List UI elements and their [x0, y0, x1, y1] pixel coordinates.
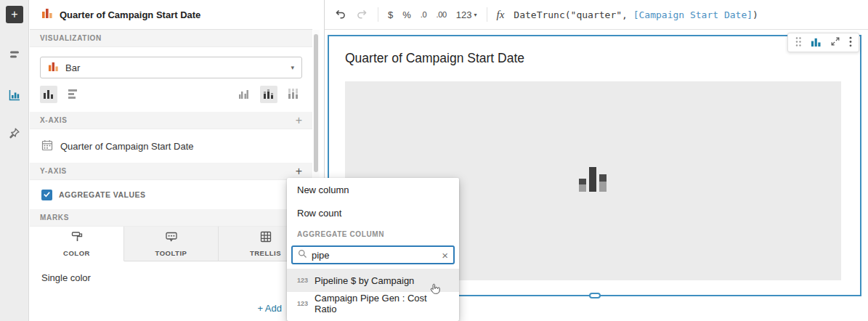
chart-type-select[interactable]: Bar ▾ — [40, 57, 302, 78]
chart-title: Quarter of Campaign Start Date — [345, 51, 524, 66]
number-format-menu-button[interactable]: 123 ▾ — [456, 9, 477, 20]
grouped-bar-option[interactable] — [235, 86, 253, 103]
redo-icon — [356, 8, 368, 22]
increase-decimal-button[interactable]: .00 — [436, 10, 446, 19]
chart-orientation-row — [40, 86, 302, 103]
undo-icon — [334, 8, 346, 22]
stacked-bar-icon — [263, 88, 275, 102]
toolbar-separator — [487, 7, 487, 22]
scrollbar-thumb[interactable] — [314, 34, 318, 172]
formula-bar[interactable]: DateTrunc("quarter", [Campaign Start Dat… — [514, 9, 758, 20]
element-type-button[interactable] — [811, 36, 822, 49]
formula-toolbar: $ % .0 .00 123 ▾ fx DateTrunc("quarter",… — [325, 0, 868, 30]
visualization-section-header: VISUALIZATION — [30, 30, 312, 47]
tab-tooltip[interactable]: TOOLTIP — [124, 227, 219, 261]
aggregate-values-label: AGGREGATE VALUES — [59, 190, 146, 199]
add-element-button[interactable]: + — [6, 6, 23, 23]
result-pipeline-by-campaign[interactable]: 123 Pipeline $ by Campaign — [287, 269, 459, 292]
tab-color[interactable]: COLOR — [30, 227, 124, 261]
percent-stacked-bar-icon — [288, 88, 299, 102]
marks-tabs: COLOR TOOLTIP TRELLIS — [30, 227, 312, 261]
x-axis-add-button[interactable]: + — [296, 115, 302, 126]
kebab-menu-icon — [849, 36, 852, 49]
add-link[interactable]: + Add — [257, 303, 282, 314]
y-axis-add-button[interactable]: + — [296, 166, 302, 177]
aggregate-values-row[interactable]: AGGREGATE VALUES — [30, 180, 312, 209]
vertical-bar-option[interactable] — [40, 86, 57, 103]
visualization-label: VISUALIZATION — [40, 34, 102, 42]
number-type-badge: 123 — [297, 277, 308, 284]
number-format-label: 123 — [456, 9, 472, 20]
result-label: Pipeline $ by Campaign — [315, 275, 414, 286]
tab-trellis-label: TRELLIS — [250, 249, 281, 257]
fx-icon: fx — [497, 9, 505, 21]
horizontal-bar-icon — [68, 88, 79, 102]
chevron-down-icon: ▾ — [474, 12, 476, 18]
toolbar-separator — [378, 7, 378, 22]
clear-search-icon[interactable]: × — [442, 250, 448, 261]
percent-stacked-bar-option[interactable] — [285, 86, 302, 103]
y-axis-label: Y-AXIS — [40, 167, 67, 175]
plus-icon: + — [11, 9, 17, 20]
resize-handle[interactable] — [589, 293, 601, 298]
x-axis-section-header: X-AXIS + — [30, 112, 312, 129]
left-rail: + — [0, 0, 29, 321]
analytics-chart-icon — [8, 89, 21, 105]
element-floating-toolbar — [787, 33, 859, 52]
check-icon — [43, 188, 51, 201]
bar-chart-placeholder-icon — [573, 163, 614, 199]
drag-handle[interactable] — [795, 36, 802, 49]
bar-chart-teal-icon — [811, 36, 822, 49]
tab-tooltip-label: TOOLTIP — [155, 249, 187, 257]
app: + Quarter of Campaign Start Date VI — [0, 0, 868, 321]
formula-suffix: ) — [753, 9, 758, 20]
panel-title: Quarter of Campaign Start Date — [60, 9, 200, 20]
expand-icon — [830, 36, 840, 49]
search-icon — [298, 249, 307, 261]
layers-icon — [8, 48, 21, 64]
tooltip-bubble-icon — [165, 230, 178, 246]
result-label: Campaign Pipe Gen : Cost Ratio — [315, 293, 449, 314]
app-window: { "icons": { "plus": "+", "caret": "▾", … — [0, 0, 868, 321]
menu-item-row-count[interactable]: Row count — [287, 201, 459, 224]
column-search-input[interactable] — [312, 250, 437, 261]
pin-icon — [8, 127, 20, 142]
rail-analytics-button[interactable] — [0, 84, 28, 109]
grouped-bar-icon — [238, 88, 250, 102]
redo-button[interactable] — [356, 8, 368, 22]
stacked-bar-option[interactable] — [260, 86, 277, 103]
calendar-icon — [41, 139, 53, 153]
config-panel: Quarter of Campaign Start Date VISUALIZA… — [30, 0, 312, 321]
undo-button[interactable] — [334, 8, 346, 22]
column-search-box: × — [291, 245, 455, 264]
aggregate-values-checkbox[interactable] — [41, 190, 52, 200]
add-column-dropdown: New column Row count AGGREGATE COLUMN × … — [287, 178, 459, 321]
percent-format-button[interactable]: % — [402, 9, 411, 20]
aggregate-column-label: AGGREGATE COLUMN — [287, 224, 459, 243]
y-axis-section-header: Y-AXIS + — [30, 163, 312, 180]
bar-chart-color-icon — [41, 7, 53, 22]
color-mode-select[interactable]: Single color — [30, 261, 312, 293]
menu-item-new-column[interactable]: New column — [287, 178, 459, 201]
formula-field-ref: [Campaign Start Date] — [633, 9, 753, 20]
trellis-grid-icon — [259, 230, 272, 246]
horizontal-bar-option[interactable] — [65, 86, 82, 103]
element-menu-button[interactable] — [849, 36, 852, 49]
grip-dots-icon — [795, 36, 802, 49]
x-axis-field-label: Quarter of Campaign Start Date — [60, 141, 194, 152]
panel-header: Quarter of Campaign Start Date — [30, 0, 312, 30]
maximize-button[interactable] — [830, 36, 840, 49]
x-axis-field[interactable]: Quarter of Campaign Start Date — [30, 129, 312, 163]
rail-layers-button[interactable] — [0, 44, 28, 68]
decrease-decimal-button[interactable]: .0 — [421, 10, 427, 19]
bar-chart-color-icon — [48, 61, 59, 74]
rail-pin-button[interactable] — [0, 122, 28, 147]
x-axis-label: X-AXIS — [40, 116, 68, 124]
chevron-down-icon: ▾ — [291, 64, 294, 71]
vertical-bar-icon — [43, 88, 54, 102]
number-type-badge: 123 — [297, 300, 308, 307]
formula-prefix: DateTrunc("quarter", — [514, 9, 633, 20]
result-pipe-gen-cost-ratio[interactable]: 123 Campaign Pipe Gen : Cost Ratio — [287, 292, 459, 315]
chart-type-value: Bar — [65, 62, 80, 73]
currency-format-button[interactable]: $ — [388, 9, 393, 20]
